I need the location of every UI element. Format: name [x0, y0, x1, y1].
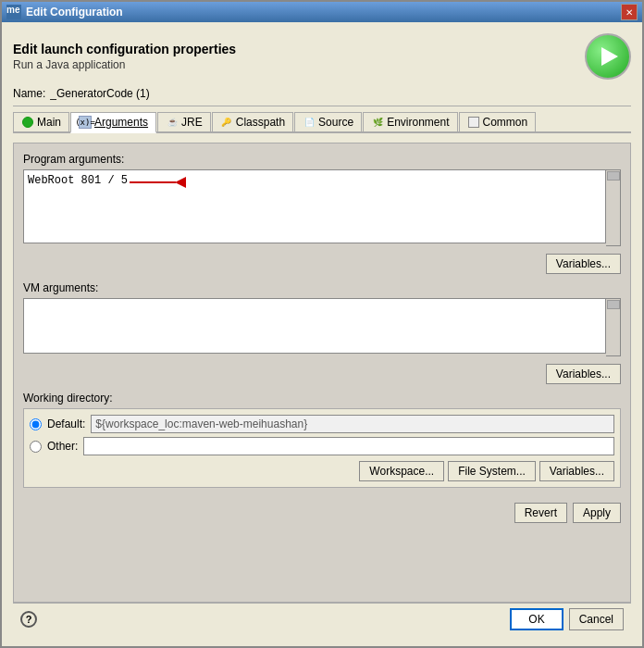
- dialog-subtitle: Run a Java application: [13, 58, 236, 71]
- working-dir-btn-row: Workspace... File System... Variables...: [30, 461, 614, 481]
- arguments-tab-icon: (x)=: [79, 116, 92, 129]
- dialog-header: Edit launch configuration properties Run…: [13, 33, 631, 80]
- dialog-footer: ? OK Cancel: [13, 603, 631, 635]
- program-args-variables-button[interactable]: Variables...: [546, 254, 621, 274]
- tab-classpath[interactable]: 🔑 Classpath: [212, 112, 293, 131]
- classpath-tab-icon: 🔑: [220, 116, 233, 129]
- file-system-button[interactable]: File System...: [448, 461, 536, 481]
- close-button[interactable]: ✕: [621, 4, 638, 20]
- vm-args-section: VM arguments:: [23, 281, 621, 356]
- main-window: me Edit Configuration ✕ Edit launch conf…: [0, 0, 644, 648]
- window-title: Edit Configuration: [26, 6, 621, 19]
- tab-jre[interactable]: ☕ JRE: [157, 112, 211, 131]
- jre-tab-icon: ☕: [166, 116, 179, 129]
- run-icon: [585, 33, 631, 80]
- scrollbar-thumb: [607, 171, 620, 181]
- program-args-scrollbar[interactable]: [606, 169, 621, 246]
- apply-button[interactable]: Apply: [573, 503, 621, 523]
- working-dir-variables-button[interactable]: Variables...: [539, 461, 614, 481]
- tab-bar: Main (x)= Arguments ☕ JRE 🔑 Classpath 📄 …: [13, 112, 631, 133]
- other-radio[interactable]: [30, 441, 42, 453]
- content-area: Edit launch configuration properties Run…: [2, 22, 642, 646]
- source-tab-icon: 📄: [303, 116, 316, 129]
- tab-arguments-label: Arguments: [94, 116, 148, 129]
- name-label: Name:: [13, 87, 45, 100]
- program-args-btn-row: Variables...: [23, 254, 621, 274]
- tab-common[interactable]: Common: [459, 112, 537, 131]
- default-dir-input: [91, 415, 614, 433]
- tab-common-label: Common: [483, 116, 528, 129]
- other-radio-row: Other:: [30, 437, 614, 455]
- vm-args-label: VM arguments:: [23, 281, 621, 294]
- arrow-annotation: [130, 177, 186, 188]
- other-dir-input[interactable]: [83, 437, 614, 455]
- program-args-label: Program arguments:: [23, 153, 621, 166]
- name-value: _GeneratorCode (1): [50, 87, 149, 100]
- tab-arguments[interactable]: (x)= Arguments: [70, 112, 156, 133]
- tab-source-label: Source: [318, 116, 353, 129]
- default-label: Default:: [47, 417, 85, 430]
- tab-environment-label: Environment: [387, 116, 449, 129]
- program-args-section: Program arguments: WebRoot 801 / 5: [23, 153, 621, 246]
- scrollbar-thumb2: [607, 300, 620, 309]
- name-row: Name: _GeneratorCode (1): [13, 87, 631, 106]
- ok-button[interactable]: OK: [510, 608, 563, 630]
- play-triangle-icon: [601, 47, 618, 66]
- environment-tab-icon: 🌿: [371, 116, 384, 129]
- working-dir-box: Default: Other: Workspace... File System…: [23, 408, 621, 488]
- footer-buttons: OK Cancel: [510, 608, 624, 630]
- cancel-button[interactable]: Cancel: [569, 608, 624, 630]
- other-label: Other:: [47, 440, 78, 453]
- working-dir-label: Working directory:: [23, 392, 621, 405]
- arguments-panel: Program arguments: WebRoot 801 / 5: [13, 143, 631, 603]
- vm-args-variables-button[interactable]: Variables...: [546, 364, 621, 384]
- main-tab-icon: [21, 116, 34, 129]
- program-args-wrapper: WebRoot 801 / 5: [23, 169, 621, 246]
- help-button[interactable]: ?: [20, 611, 37, 628]
- default-radio-row: Default:: [30, 415, 614, 433]
- program-args-input[interactable]: WebRoot 801 / 5: [23, 169, 606, 243]
- workspace-button[interactable]: Workspace...: [359, 461, 444, 481]
- common-tab-icon: [467, 116, 480, 129]
- title-bar: me Edit Configuration ✕: [2, 2, 642, 22]
- window-icon: me: [6, 5, 21, 19]
- bottom-buttons: Revert Apply: [23, 495, 621, 523]
- tab-jre-label: JRE: [181, 116, 203, 129]
- vm-args-btn-row: Variables...: [23, 364, 621, 384]
- working-dir-section: Working directory: Default: Other: Works…: [23, 392, 621, 488]
- revert-button[interactable]: Revert: [514, 503, 567, 523]
- tab-environment[interactable]: 🌿 Environment: [363, 112, 457, 131]
- dialog-title: Edit launch configuration properties: [13, 42, 236, 56]
- tab-classpath-label: Classpath: [236, 116, 285, 129]
- tab-main-label: Main: [37, 116, 61, 129]
- tab-source[interactable]: 📄 Source: [294, 112, 362, 131]
- vm-args-scrollbar[interactable]: [606, 298, 621, 356]
- default-radio[interactable]: [30, 418, 42, 430]
- tab-main[interactable]: Main: [13, 112, 69, 131]
- vm-args-input[interactable]: [23, 298, 606, 354]
